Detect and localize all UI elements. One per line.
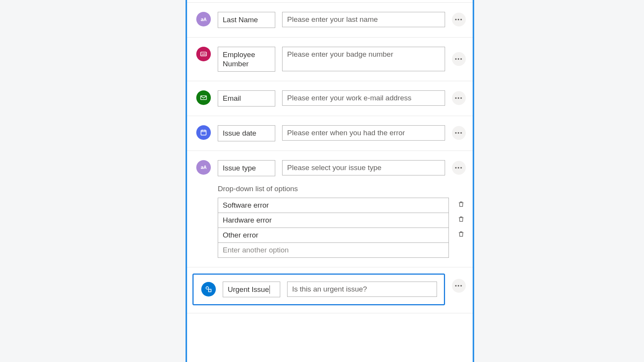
svg-text:123: 123 bbox=[201, 53, 205, 56]
dropdown-option-row: Other error bbox=[218, 228, 466, 243]
more-options-button[interactable] bbox=[452, 13, 466, 26]
field-name-input[interactable]: Email bbox=[218, 90, 275, 106]
more-options-button[interactable] bbox=[452, 161, 466, 175]
dropdown-option-input[interactable]: Software error bbox=[218, 198, 449, 213]
delete-option-button[interactable] bbox=[457, 215, 466, 225]
field-row-email[interactable]: Email Please enter your work e-mail addr… bbox=[187, 81, 473, 116]
svg-rect-8 bbox=[209, 289, 211, 292]
multichoice-icon bbox=[201, 282, 216, 296]
field-prompt-input[interactable]: Please enter when you had the error bbox=[282, 125, 445, 141]
field-name-input[interactable]: Employee Number bbox=[218, 47, 275, 72]
bottom-divider bbox=[187, 313, 473, 313]
field-name-input[interactable]: Last Name bbox=[218, 12, 275, 28]
text-icon: aA bbox=[196, 12, 211, 26]
number-icon: 123 bbox=[196, 47, 211, 61]
dropdown-options-block: Drop-down list of options Software error… bbox=[218, 185, 466, 258]
dropdown-option-row: Software error bbox=[218, 198, 466, 213]
text-icon: aA bbox=[196, 160, 211, 175]
field-row-issue-type[interactable]: aA Issue type Please select your issue t… bbox=[187, 151, 473, 267]
dropdown-option-input[interactable]: Other error bbox=[218, 228, 449, 243]
field-prompt-input[interactable]: Please enter your last name bbox=[282, 12, 445, 27]
dropdown-option-row: Hardware error bbox=[218, 213, 466, 228]
field-name-input[interactable]: Urgent Issue bbox=[223, 282, 280, 298]
text-cursor bbox=[269, 285, 270, 294]
field-row-employee-number[interactable]: 123 Employee Number Please enter your ba… bbox=[187, 38, 473, 82]
more-options-button[interactable] bbox=[452, 126, 466, 140]
svg-rect-3 bbox=[201, 130, 206, 135]
field-row-urgent-issue[interactable]: Urgent Issue Is this an urgent issue? bbox=[187, 267, 473, 312]
field-name-input[interactable]: Issue type bbox=[218, 160, 275, 176]
add-option-input[interactable]: Enter another option bbox=[218, 243, 449, 258]
field-prompt-input[interactable]: Please enter your work e-mail address bbox=[282, 90, 445, 106]
field-name-input[interactable]: Issue date bbox=[218, 125, 275, 141]
field-row-last-name[interactable]: aA Last Name Please enter your last name bbox=[187, 3, 473, 38]
delete-option-button[interactable] bbox=[457, 200, 466, 210]
top-divider bbox=[187, 0, 473, 3]
dropdown-option-input[interactable]: Hardware error bbox=[218, 213, 449, 228]
field-row-issue-date[interactable]: Issue date Please enter when you had the… bbox=[187, 116, 473, 151]
more-options-button[interactable] bbox=[452, 52, 466, 66]
more-options-button[interactable] bbox=[452, 279, 466, 293]
more-options-button[interactable] bbox=[452, 91, 466, 105]
form-builder-panel: aA Last Name Please enter your last name… bbox=[186, 0, 474, 362]
field-name-text: Urgent Issue bbox=[228, 285, 269, 293]
dropdown-option-row: Enter another option 🗑 bbox=[218, 243, 466, 258]
delete-option-button[interactable] bbox=[457, 230, 466, 240]
field-prompt-input[interactable]: Please enter your badge number bbox=[282, 47, 445, 71]
dropdown-options-title: Drop-down list of options bbox=[218, 185, 466, 193]
field-prompt-input[interactable]: Is this an urgent issue? bbox=[287, 282, 437, 297]
field-prompt-input[interactable]: Please select your issue type bbox=[282, 160, 445, 175]
date-icon bbox=[196, 125, 211, 140]
email-icon bbox=[196, 90, 211, 105]
svg-point-7 bbox=[206, 287, 209, 290]
